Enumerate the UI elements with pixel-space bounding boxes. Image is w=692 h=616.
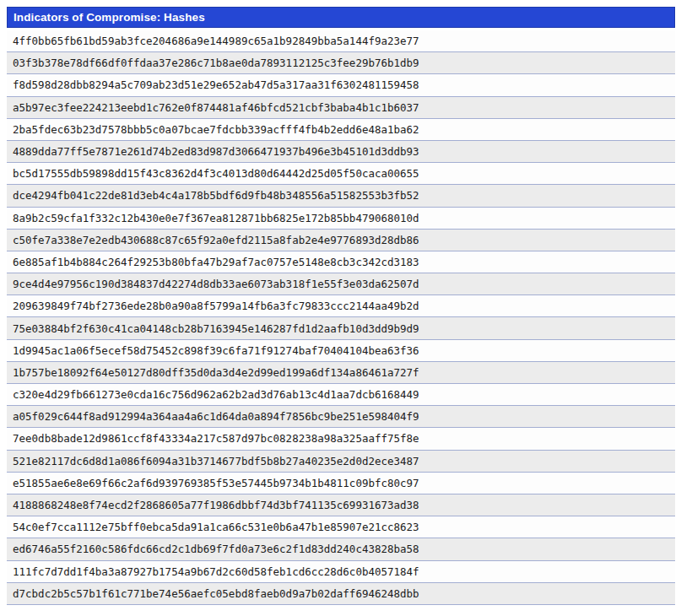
hash-row: 6e885af1b4b884c264f29253b80bfa47b29af7ac… (7, 251, 675, 273)
hash-row: d7cbdc2b5c57b1f61c771be74e56aefc05ebd8fa… (7, 583, 675, 605)
hash-row: 1b757be18092f64e50127d80dff35d0da3d4e2d9… (7, 362, 675, 384)
hash-row: 54c0ef7cca1112e75bff0ebca5da91a1ca66c531… (7, 516, 675, 538)
hash-row: ed6746a55f2160c586fdc66cd2c1db69f7fd0a73… (7, 538, 675, 560)
hash-row: 75e03884bf2f630c41ca04148cb28b7163945e14… (7, 317, 675, 339)
hash-row: 209639849f74bf2736ede28b0a90a8f5799a14fb… (7, 295, 675, 317)
table-title: Indicators of Compromise: Hashes (14, 11, 205, 24)
hash-row: dce4294fb041c22de81d3eb4c4a178b5bdf6d9fb… (7, 185, 675, 207)
hash-row: 521e82117dc6d8d1a086f6094a31b3714677bdf5… (7, 451, 675, 473)
hash-row: 9ce4d4e97956c190d384837d42274d8db33ae607… (7, 273, 675, 295)
hash-row: 4188868248e8f74ecd2f2868605a77f1986dbbf7… (7, 494, 675, 516)
hash-row: 7ee0db8bade12d9861ccf8f43334a217c587d97b… (7, 428, 675, 450)
hash-row: e51855ae6e8e69f66c2af6d939769385f53e5744… (7, 473, 675, 494)
hash-row: c320e4d29fb661273e0cda16c756d962a62b2ad3… (7, 384, 675, 406)
hash-row: 8a9b2c59cfa1f332c12b430e0e7f367ea812871b… (7, 208, 675, 230)
hash-row: 1d9945ac1a06f5ecef58d75452c898f39c6fa71f… (7, 340, 675, 362)
table-header: Indicators of Compromise: Hashes (7, 7, 675, 28)
hash-row: 03f3b378e78df66df0ffdaa37e286c71b8ae0da7… (7, 52, 675, 74)
hash-row: c50fe7a338e7e2edb430688c87c65f92a0efd211… (7, 230, 675, 251)
hash-row: 2ba5fdec63b23d7578bbb5c0a07bcae7fdcbb339… (7, 119, 675, 141)
hash-row: f8d598d28dbb8294a5c709ab23d51e29e652ab47… (7, 74, 675, 96)
ioc-hashes-table: Indicators of Compromise: Hashes 4ff0bb6… (7, 7, 675, 605)
hash-row: a05f029c644f8ad912994a364aa4a6c1d64da0a8… (7, 406, 675, 428)
hash-rows: 4ff0bb65fb61bd59ab3fce204686a9e144989c65… (7, 30, 675, 605)
hash-row: 4ff0bb65fb61bd59ab3fce204686a9e144989c65… (7, 30, 675, 52)
hash-row: 4889dda77ff5e7871e261d74b2ed83d987d30664… (7, 141, 675, 163)
hash-row: bc5d17555db59898dd15f43c8362d4f3c4013d80… (7, 163, 675, 185)
hash-row: 111fc7d7dd1f4ba3a87927b1754a9b67d2c60d58… (7, 561, 675, 583)
hash-row: a5b97ec3fee224213eebd1c762e0f874481af46b… (7, 97, 675, 119)
